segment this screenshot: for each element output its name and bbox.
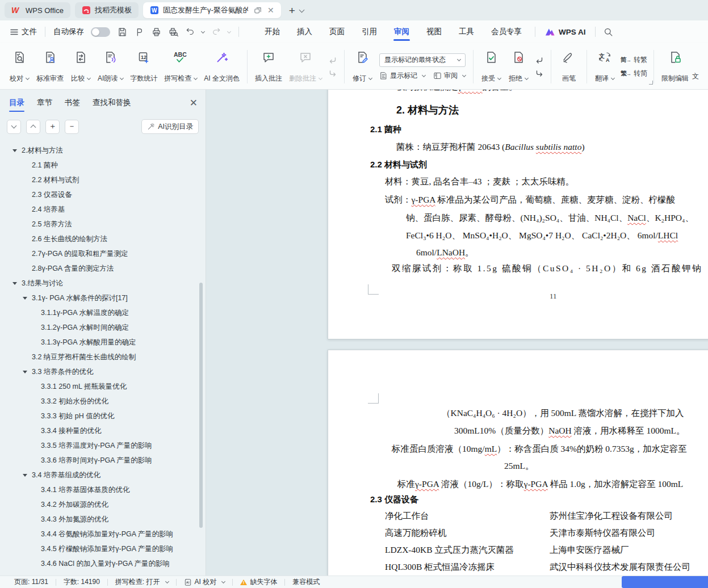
redo-chevron-icon[interactable] — [227, 29, 231, 33]
page-indicator[interactable]: 页面: 11/31 — [7, 577, 56, 587]
toc-item[interactable]: 2.7γ-PGA 的提取和粗产量测定 — [0, 246, 206, 261]
toc-item[interactable]: 3.4.2 外加碳源的优化 — [0, 497, 206, 512]
redo-icon[interactable] — [210, 26, 223, 38]
toc-item[interactable]: 3.1.1γ-PGA 水解温度的确定 — [0, 305, 206, 320]
missing-font-warning[interactable]: 缺失字体 — [233, 577, 284, 587]
show-markup-button[interactable]: 显示标记 — [379, 71, 425, 81]
autosave-toggle[interactable] — [91, 27, 110, 37]
next-change-icon[interactable] — [534, 69, 544, 78]
toc-item[interactable]: 3.4.3 外加氮源的优化 — [0, 512, 206, 527]
standard-review-button[interactable]: 标准审查 — [33, 47, 67, 87]
previous-comment-icon[interactable] — [328, 56, 338, 65]
tab-list-chevron-icon[interactable] — [299, 7, 304, 12]
collapse-arrow-icon[interactable] — [23, 297, 32, 300]
ai-read-aloud-button[interactable]: AI朗读 — [94, 47, 127, 87]
translate-button[interactable]: 文A 翻译 — [591, 47, 618, 87]
toc-item[interactable]: 2.2 材料与试剂 — [0, 173, 206, 187]
menu-tab-页面[interactable]: 页面 — [321, 22, 353, 42]
document-page-11[interactable]: 11 仅向接伏速测定γ-PGA的含量。2. 材料与方法2.1 菌种菌株：纳豆芽孢… — [328, 90, 708, 339]
track-changes-button[interactable]: 修订 — [349, 47, 376, 87]
toc-item[interactable]: 2.4 培养基 — [0, 202, 206, 217]
toc-item[interactable]: 2.8γ-PGA 含量的测定方法 — [0, 261, 206, 276]
toc-item[interactable]: 3.3.3 初始 pH 值的优化 — [0, 409, 206, 423]
reject-change-button[interactable]: 拒绝 — [505, 47, 532, 87]
undo-chevron-icon[interactable] — [201, 29, 205, 33]
sidebar-tab-查找和替换[interactable]: 查找和替换 — [93, 98, 131, 108]
save-icon[interactable] — [116, 26, 128, 38]
dialog-launcher-icon[interactable] — [649, 81, 653, 85]
undo-icon[interactable] — [184, 26, 196, 38]
toc-item[interactable]: 3.3.5 培养温度对γ-PGA 产量的影响 — [0, 438, 206, 453]
zoom-in-outline-button[interactable]: ＋ — [45, 120, 60, 134]
review-pane-button[interactable]: 审阅 — [433, 71, 466, 81]
toc-item[interactable]: 3.1γ- PGA 水解条件的探讨[17] — [0, 291, 206, 305]
collapse-arrow-icon[interactable] — [23, 371, 32, 373]
menu-tab-插入[interactable]: 插入 — [288, 22, 321, 42]
toc-item[interactable]: 3.3.4 接种量的优化 — [0, 423, 206, 438]
delete-comment-button[interactable]: 删除批注 — [286, 47, 325, 87]
toc-item[interactable]: 3.4.1 培养基固体基质的优化 — [0, 482, 206, 497]
insert-comment-button[interactable]: 插入批注 — [252, 47, 286, 87]
menu-tab-开始[interactable]: 开始 — [256, 22, 288, 42]
menu-tab-引用[interactable]: 引用 — [353, 22, 386, 42]
toc-item[interactable]: 3.3.2 初始水份的优化 — [0, 394, 206, 409]
toc-item[interactable]: 3.1.3γ-PGA 水解酸用量的确定 — [0, 335, 206, 350]
detach-window-icon[interactable] — [254, 7, 262, 14]
collapse-arrow-icon[interactable] — [12, 149, 22, 152]
toc-item[interactable]: 3.4.5 柠檬酸钠添加量对γ-PGA 产量的影响 — [0, 541, 206, 556]
toc-item[interactable]: 3.1.2γ-PGA 水解时间的确定 — [0, 320, 206, 335]
ink-brush-button[interactable]: 画笔 — [555, 47, 583, 87]
toc-item[interactable]: 3.3 培养条件的优化 — [0, 364, 206, 379]
tab-document[interactable]: W 固态发酵生产γ-聚谷氨酸的研 ✕ — [143, 2, 281, 18]
print-preview-icon[interactable] — [167, 26, 179, 38]
close-tab-icon[interactable]: ✕ — [267, 6, 274, 15]
sidebar-tab-章节[interactable]: 章节 — [37, 98, 52, 108]
toc-item[interactable]: 3.4 培养基组成的优化 — [0, 468, 206, 482]
restrict-editing-button[interactable]: 限制编辑 — [658, 47, 692, 87]
ai-polish-button[interactable]: AI 全文润色 — [200, 47, 243, 87]
next-comment-icon[interactable] — [328, 69, 338, 78]
markup-state-dropdown[interactable]: 显示标记的最终状态 — [379, 53, 466, 67]
close-sidebar-icon[interactable]: ✕ — [190, 98, 198, 108]
toc-item[interactable]: 3.4.4 谷氨酸钠添加量对γ-PGA 产量的影响 — [0, 527, 206, 541]
expand-all-button[interactable] — [7, 120, 21, 134]
collapse-arrow-icon[interactable] — [12, 282, 22, 285]
pdf-export-icon[interactable] — [133, 26, 145, 38]
toc-item[interactable]: 3.3.6 培养时间对γ-PGA 产量的影响 — [0, 453, 206, 468]
toc-item[interactable]: 3.3.1 250 mL 摇瓶装量优化 — [0, 379, 206, 394]
menu-tab-审阅[interactable]: 审阅 — [386, 22, 418, 42]
sidebar-tab-书签[interactable]: 书签 — [65, 98, 80, 108]
toc-item[interactable]: 2.5 培养方法 — [0, 217, 206, 232]
wps-ai-button[interactable]: WPS AI — [540, 27, 590, 37]
word-count-button[interactable]: 12 字数统计 — [127, 47, 161, 87]
proofread-button[interactable]: 校对 — [6, 47, 33, 87]
search-icon[interactable] — [602, 26, 615, 38]
previous-change-icon[interactable] — [534, 56, 544, 65]
file-menu-button[interactable]: 文件 — [7, 27, 40, 37]
toc-item[interactable]: 3.2 纳豆芽孢杆菌生长曲线的绘制 — [0, 350, 206, 364]
document-page-12[interactable]: （KNaC₄H₄O₆ · 4H₂O），用 500mL 蒸馏水溶解，在搅拌下加入3… — [328, 350, 708, 576]
toc-item[interactable]: 2.3 仪器设备 — [0, 187, 206, 202]
to-simplified-button[interactable]: 繁→ 转简 — [621, 69, 647, 78]
compare-button[interactable]: 比较 — [67, 47, 94, 87]
new-tab-button[interactable]: + — [286, 5, 299, 16]
statusbar-accent[interactable] — [622, 576, 708, 588]
spellcheck-status[interactable]: 拼写检查: 打开 — [108, 577, 176, 587]
tab-wps-home[interactable]: W WPS Office — [5, 2, 70, 18]
to-traditional-button[interactable]: 简→ 转繁 — [621, 55, 647, 65]
collapse-all-button[interactable] — [26, 120, 40, 134]
ai-recognize-toc-button[interactable]: AI识别目录 — [141, 119, 199, 134]
toc-item[interactable]: 2.6 生长曲线的绘制方法 — [0, 232, 206, 246]
toc-item[interactable]: 3.结果与讨论 — [0, 276, 206, 291]
toc-item[interactable]: 3.4.6 NaCl 的加入量对γ-PGA 产量的影响 — [0, 556, 206, 571]
sidebar-tab-目录[interactable]: 目录 — [9, 98, 24, 108]
toc-item[interactable]: 2.材料与方法 — [0, 143, 206, 158]
accept-change-button[interactable]: 接受 — [477, 47, 505, 87]
zoom-out-outline-button[interactable]: － — [65, 120, 79, 134]
sidebar-scrollbar[interactable] — [199, 283, 203, 528]
menu-tab-视图[interactable]: 视图 — [418, 22, 450, 42]
ai-proofread-status[interactable]: AI 校对 — [177, 577, 233, 587]
word-count-indicator[interactable]: 字数: 14190 — [56, 577, 107, 587]
autosave-control[interactable]: 自动保存 — [50, 27, 114, 37]
collapse-arrow-icon[interactable] — [23, 474, 32, 477]
